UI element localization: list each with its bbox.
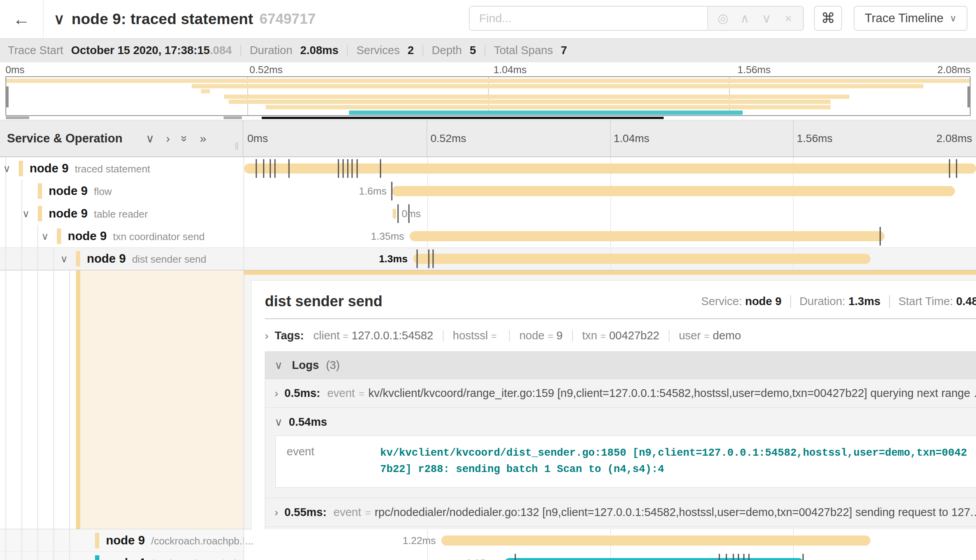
- trace-collapse-icon[interactable]: ∨: [54, 11, 65, 28]
- clear-search-button[interactable]: ×: [777, 11, 799, 26]
- ruler-gridline: [610, 120, 611, 156]
- summary-label: Duration: [250, 44, 296, 56]
- logs-header[interactable]: ∨ Logs (3): [265, 352, 976, 379]
- minimap-scroll-range[interactable]: [262, 117, 664, 119]
- minimap-span-bar: [349, 111, 743, 115]
- span-expander-button[interactable]: ∨: [60, 253, 68, 265]
- minimap-scroll-handle[interactable]: [224, 116, 242, 119]
- span-timeline-cell[interactable]: 1.35ms: [243, 225, 976, 248]
- log-event-tick[interactable]: [397, 204, 398, 223]
- tags-row[interactable]: › Tags: client=127.0.0.1:54582hostssl=no…: [265, 319, 976, 351]
- service-color-chip: [57, 228, 61, 244]
- span-bar[interactable]: [393, 209, 396, 219]
- log-entry[interactable]: ›0.55ms:event=rpc/nodedialer/nodedialer.…: [265, 498, 976, 527]
- span-bar[interactable]: [504, 558, 803, 560]
- log-event-tick[interactable]: [949, 159, 950, 178]
- span-bar[interactable]: [441, 535, 870, 546]
- tag-pair[interactable]: txn=00427b22: [582, 329, 659, 342]
- span-bar[interactable]: [413, 254, 870, 264]
- locate-button[interactable]: ◎: [712, 11, 734, 26]
- tag-pair[interactable]: user=demo: [679, 329, 741, 342]
- span-row[interactable]: ∨node 9traced statement: [0, 157, 976, 180]
- log-event-tick[interactable]: [733, 554, 734, 560]
- log-event-tick[interactable]: [738, 554, 739, 560]
- log-event-tick[interactable]: [347, 159, 348, 178]
- span-timeline-cell[interactable]: 1.3ms: [243, 248, 976, 270]
- log-event-tick[interactable]: [433, 249, 434, 268]
- log-event-tick[interactable]: [263, 159, 264, 178]
- span-bar[interactable]: [392, 186, 955, 196]
- span-name-cell[interactable]: ∨node 9dist sender send: [0, 248, 243, 270]
- log-event-tick[interactable]: [274, 159, 275, 178]
- log-entry[interactable]: ›0.5ms:event=kv/kvclient/kvcoord/range_i…: [265, 379, 976, 408]
- span-name-cell[interactable]: ∨node 9traced statement: [0, 157, 243, 180]
- log-event-tick[interactable]: [417, 249, 418, 268]
- find-input[interactable]: [470, 7, 707, 30]
- span-bar[interactable]: [244, 163, 976, 174]
- tag-pair[interactable]: node=9: [519, 329, 562, 342]
- log-event-tick[interactable]: [956, 159, 957, 178]
- span-row[interactable]: ∨node 9dist sender send1.3ms: [0, 248, 976, 270]
- keyboard-shortcuts-button[interactable]: ⌘: [814, 6, 842, 31]
- log-event-tick[interactable]: [726, 554, 727, 560]
- span-timeline-cell[interactable]: 0ms: [243, 202, 976, 225]
- log-event-tick[interactable]: [802, 554, 803, 560]
- prev-result-button[interactable]: ∧: [734, 11, 756, 26]
- span-detail-accent-bar: [244, 270, 976, 275]
- minimap-scroll-handle[interactable]: [6, 116, 29, 119]
- span-timeline-cell[interactable]: 1.6ms: [243, 180, 976, 202]
- expand-one-level-button[interactable]: ›: [166, 132, 170, 145]
- log-event-tick[interactable]: [380, 159, 381, 178]
- log-event-tick[interactable]: [288, 159, 289, 178]
- next-result-button[interactable]: ∨: [756, 11, 777, 26]
- summary-value: 7: [561, 44, 567, 56]
- tag-pair[interactable]: client=127.0.0.1:54582: [314, 329, 433, 342]
- span-timeline-cell[interactable]: [243, 157, 976, 180]
- span-expander-button[interactable]: ∨: [22, 208, 30, 220]
- indent-guide: [53, 529, 54, 551]
- minimap-canvas[interactable]: [5, 76, 971, 116]
- collapse-one-level-button[interactable]: »: [181, 132, 188, 145]
- log-event-tick[interactable]: [719, 554, 720, 560]
- log-event-tick[interactable]: [342, 159, 344, 178]
- collapse-all-button[interactable]: ∨: [146, 132, 154, 145]
- log-event-tick[interactable]: [743, 554, 744, 560]
- log-entry[interactable]: ∨0.54mseventkv/kvclient/kvcoord/dist_sen…: [265, 408, 976, 498]
- minimap-scroll-indicator[interactable]: [0, 116, 976, 120]
- minimap-drag-handle-left[interactable]: [5, 86, 9, 107]
- trace-view-selector[interactable]: Trace Timeline ∨: [854, 6, 967, 31]
- span-row[interactable]: node 9/cockroach.roachpb.I...1.22ms: [0, 529, 976, 552]
- span-expander-button[interactable]: ∨: [41, 230, 49, 242]
- log-event-tick[interactable]: [391, 182, 393, 200]
- span-timeline-cell[interactable]: 1.22ms: [243, 529, 976, 552]
- log-event-tick[interactable]: [255, 159, 257, 178]
- collapse-controls: ∨›»»: [146, 132, 206, 145]
- span-name-cell[interactable]: ∨node 9txn coordinator send: [0, 225, 243, 248]
- span-name-cell[interactable]: node 9/cockroach.roachpb.I...: [0, 529, 243, 552]
- log-event-tick[interactable]: [514, 554, 516, 560]
- tag-pair[interactable]: hostssl=: [453, 329, 500, 342]
- span-timeline-cell[interactable]: 0.85ms: [243, 552, 976, 560]
- span-rows: ∨node 9traced statementnode 9flow1.6ms∨n…: [0, 157, 976, 270]
- span-row[interactable]: ∨node 9txn coordinator send1.35ms: [0, 225, 976, 248]
- log-event-tick[interactable]: [356, 159, 358, 178]
- column-resize-handle[interactable]: ‖: [234, 140, 240, 153]
- span-name-cell[interactable]: node 9flow: [0, 180, 243, 202]
- span-bar[interactable]: [410, 231, 885, 241]
- back-button[interactable]: ←: [0, 0, 44, 38]
- log-event-tick[interactable]: [270, 159, 271, 178]
- minimap-drag-handle-right[interactable]: [967, 86, 971, 107]
- log-event-tick[interactable]: [352, 159, 353, 178]
- span-row[interactable]: node 4/cockroach.roachpb.I...0.85ms: [0, 552, 976, 560]
- log-event-tick[interactable]: [338, 159, 339, 178]
- minimap-tick-label: 2.08ms: [937, 64, 971, 76]
- expand-all-button[interactable]: »: [200, 132, 206, 145]
- span-row[interactable]: ∨node 9table reader0ms: [0, 202, 976, 225]
- log-event-tick[interactable]: [749, 554, 750, 560]
- span-row[interactable]: node 9flow1.6ms: [0, 180, 976, 202]
- log-event-tick[interactable]: [880, 227, 881, 246]
- span-name-cell[interactable]: ∨node 9table reader: [0, 202, 243, 225]
- span-name-cell[interactable]: node 4/cockroach.roachpb.I...: [0, 552, 243, 560]
- span-expander-button[interactable]: ∨: [3, 163, 11, 175]
- log-event-tick[interactable]: [428, 249, 430, 268]
